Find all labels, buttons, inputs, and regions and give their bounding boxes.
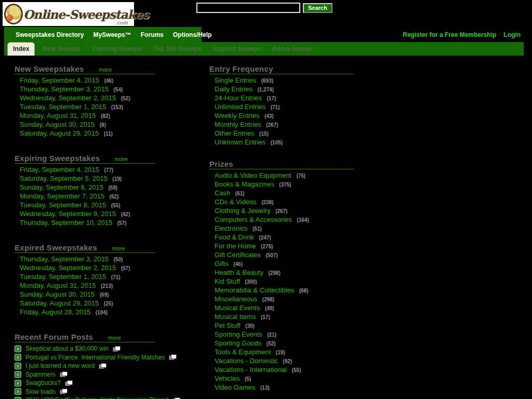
more-link[interactable]: more <box>108 335 121 341</box>
item-count: (5) <box>245 376 251 382</box>
category-link[interactable]: 24-Hour Entries <box>215 94 262 102</box>
date-link[interactable]: Sunday, September 6, 2015 <box>20 183 103 191</box>
category-link[interactable]: Food & Drink <box>215 233 254 241</box>
forum-post-row: Spammers <box>15 370 195 379</box>
date-link[interactable]: Wednesday, September 9, 2015 <box>20 210 116 218</box>
forum-post-link[interactable]: Portugal vs France. International Friend… <box>25 354 165 361</box>
category-link[interactable]: Computers & Accessories <box>215 216 292 223</box>
category-link[interactable]: Miscellaneous <box>215 295 257 303</box>
forum-post-row: I just learned a new word <box>15 362 195 370</box>
category-link[interactable]: Daily Entries <box>215 85 252 93</box>
category-link[interactable]: Sporting Goods <box>215 339 261 347</box>
list-item: Sunday, September 6, 2015 (59) <box>20 182 195 191</box>
register-link[interactable]: Register for a Free Membership <box>403 31 496 38</box>
forum-post-link[interactable]: I just learned a new word <box>25 362 95 369</box>
date-link[interactable]: Friday, August 28, 2015 <box>20 308 90 316</box>
item-count: (57) <box>117 220 127 226</box>
date-link[interactable]: Sunday, August 30, 2015 <box>20 290 95 298</box>
item-count: (693) <box>261 78 273 84</box>
date-link[interactable]: Thursday, September 10, 2015 <box>20 219 112 227</box>
last-post-icon[interactable] <box>99 363 107 369</box>
section-header: Entry Frequency <box>209 64 354 74</box>
search-button[interactable]: Search <box>303 3 332 13</box>
last-post-icon[interactable] <box>169 354 177 360</box>
site-logo[interactable]: Online-Sweepstakes .com <box>3 2 134 26</box>
date-link[interactable]: Tuesday, September 1, 2015 <box>20 103 106 111</box>
primary-nav-item[interactable]: MySweeps™ <box>93 31 131 38</box>
tab-item[interactable]: Expiring Sweeps <box>90 43 144 56</box>
date-link[interactable]: Sunday, August 30, 2015 <box>20 121 95 128</box>
tab-item[interactable]: Add-a-Sweep <box>270 43 314 56</box>
category-link[interactable]: Tools & Equipment <box>215 348 271 356</box>
search-input[interactable] <box>196 3 300 13</box>
last-post-icon[interactable] <box>60 371 68 377</box>
primary-nav-item[interactable]: Sweepstakes Directory <box>16 31 84 38</box>
date-link[interactable]: Tuesday, September 8, 2015 <box>20 201 106 209</box>
date-link[interactable]: Wednesday, September 2, 2015 <box>20 94 116 102</box>
category-link[interactable]: Single Entries <box>215 76 256 84</box>
category-link[interactable]: Weekly Entries <box>215 112 259 119</box>
category-link[interactable]: Musical Items <box>215 313 256 321</box>
category-link[interactable]: Memorabilia & Collectibles <box>215 286 294 294</box>
category-link[interactable]: For the Home <box>215 242 256 250</box>
date-link[interactable]: Wednesday, September 2, 2015 <box>20 264 116 272</box>
date-link[interactable]: Saturday, August 29, 2015 <box>20 129 99 137</box>
item-count: (15) <box>259 131 269 137</box>
date-link[interactable]: Saturday, August 29, 2015 <box>20 299 99 307</box>
last-post-icon[interactable] <box>60 389 68 394</box>
category-link[interactable]: Books & Magazines <box>215 180 274 188</box>
category-link[interactable]: Kid Stuff <box>215 277 240 285</box>
category-link[interactable]: Audio & Video Equipment <box>215 171 291 179</box>
primary-nav-item[interactable]: Options/Help <box>173 31 212 38</box>
tab-item[interactable]: Top 100 Sweeps <box>151 43 203 56</box>
category-link[interactable]: Gift Certificates <box>215 251 261 259</box>
category-link[interactable]: Electronics <box>215 224 248 232</box>
login-link[interactable]: Login <box>503 31 521 38</box>
last-post-icon[interactable] <box>65 380 73 386</box>
date-link[interactable]: Friday, September 4, 2015 <box>20 166 99 174</box>
category-link[interactable]: Vacations - Domestic <box>215 357 278 365</box>
category-link[interactable]: CDs & Videos <box>215 198 257 206</box>
more-link[interactable]: more <box>115 156 128 162</box>
category-link[interactable]: Monthly Entries <box>215 121 261 128</box>
list-item: Gifts (46) <box>215 259 531 268</box>
category-link[interactable]: Gifts <box>215 260 229 268</box>
category-link[interactable]: Vacations - International <box>215 366 287 374</box>
tab-bar: Index New Sweeps Expiring Sweeps Top 100… <box>4 42 524 56</box>
list-item: Unknown Entries (105) <box>215 137 531 146</box>
category-link[interactable]: Sporting Events <box>215 330 262 338</box>
date-link[interactable]: Monday, August 31, 2015 <box>20 112 96 119</box>
date-link[interactable]: Monday, August 31, 2015 <box>20 282 96 289</box>
category-link[interactable]: Cash <box>215 189 230 197</box>
more-link[interactable]: more <box>99 66 112 73</box>
date-link[interactable]: Monday, September 7, 2015 <box>20 192 104 200</box>
category-link[interactable]: Unknown Entries <box>215 138 265 146</box>
category-link[interactable]: Health & Beauty <box>215 269 263 276</box>
more-link[interactable]: more <box>112 245 125 251</box>
forum-post-link[interactable]: Slow loads <box>25 388 56 395</box>
date-link[interactable]: Thursday, September 3, 2015 <box>20 85 109 93</box>
forum-post-link[interactable]: Skeptical about a $30,000 win <box>25 345 109 352</box>
category-link[interactable]: Musical Events <box>215 304 260 312</box>
category-link[interactable]: Other Entries <box>215 129 255 137</box>
category-link[interactable]: Unlimited Entries <box>215 103 265 111</box>
category-link[interactable]: Video Games <box>215 383 256 391</box>
prizes-list: Audio & Video Equipment (75) Books & Mag… <box>209 169 531 391</box>
primary-nav-item[interactable]: Forums <box>141 31 164 38</box>
list-item: Sporting Goods (52) <box>215 338 531 347</box>
date-link[interactable]: Friday, September 4, 2015 <box>20 76 99 84</box>
tab-item[interactable]: Expired Sweeps <box>211 43 263 56</box>
tab-item[interactable]: Index <box>7 42 35 56</box>
date-link[interactable]: Saturday, September 5, 2015 <box>20 175 108 182</box>
date-link[interactable]: Thursday, September 3, 2015 <box>20 255 109 263</box>
tab-item[interactable]: New Sweeps <box>41 43 83 56</box>
forum-post-link[interactable]: Spammers <box>25 371 56 378</box>
category-link[interactable]: Vehicles <box>215 375 240 382</box>
category-link[interactable]: Pet Stuff <box>215 322 241 329</box>
forum-post-link[interactable]: Swagbucks? <box>25 379 61 387</box>
date-link[interactable]: Tuesday, September 1, 2015 <box>20 273 106 281</box>
list-item: Pet Stuff (30) <box>215 321 531 329</box>
last-post-icon[interactable] <box>113 346 121 352</box>
forum-post-link[interactable]: 2015 UPS/FedEx Delivery Alerts Discussio… <box>25 396 168 399</box>
category-link[interactable]: Clothing & Jewelry <box>215 207 271 215</box>
